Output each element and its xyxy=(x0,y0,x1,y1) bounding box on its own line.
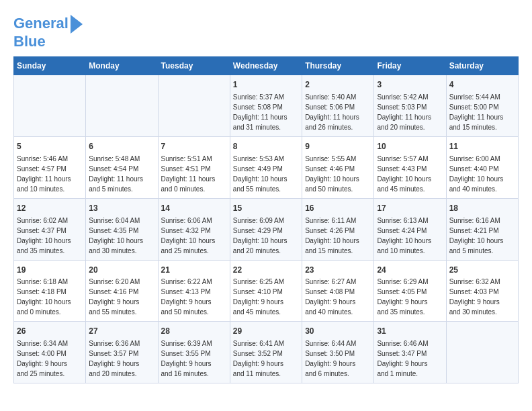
day-info: Sunrise: 6:46 AM Sunset: 3:47 PM Dayligh… xyxy=(377,340,428,377)
day-info: Sunrise: 5:51 AM Sunset: 4:51 PM Dayligh… xyxy=(161,155,216,193)
calendar-cell: 2Sunrise: 5:40 AM Sunset: 5:06 PM Daylig… xyxy=(302,75,374,137)
calendar-week-row: 26Sunrise: 6:34 AM Sunset: 4:00 PM Dayli… xyxy=(14,322,519,383)
day-number: 14 xyxy=(161,203,227,214)
day-info: Sunrise: 5:46 AM Sunset: 4:57 PM Dayligh… xyxy=(17,155,71,193)
day-info: Sunrise: 5:55 AM Sunset: 4:46 PM Dayligh… xyxy=(305,155,359,193)
calendar-cell: 12Sunrise: 6:02 AM Sunset: 4:37 PM Dayli… xyxy=(14,198,86,260)
day-number: 1 xyxy=(233,79,299,91)
calendar-cell: 13Sunrise: 6:04 AM Sunset: 4:35 PM Dayli… xyxy=(86,198,158,260)
day-info: Sunrise: 6:13 AM Sunset: 4:24 PM Dayligh… xyxy=(377,217,431,255)
day-number: 7 xyxy=(161,141,227,152)
day-info: Sunrise: 5:37 AM Sunset: 5:08 PM Dayligh… xyxy=(233,93,287,131)
day-number: 24 xyxy=(377,265,443,276)
day-number: 10 xyxy=(377,141,443,152)
day-info: Sunrise: 6:02 AM Sunset: 4:37 PM Dayligh… xyxy=(17,217,71,255)
calendar-table: SundayMondayTuesdayWednesdayThursdayFrid… xyxy=(13,56,519,383)
calendar-cell: 14Sunrise: 6:06 AM Sunset: 4:32 PM Dayli… xyxy=(158,198,230,260)
logo-general: General xyxy=(13,15,69,32)
day-info: Sunrise: 6:16 AM Sunset: 4:21 PM Dayligh… xyxy=(449,217,504,255)
day-info: Sunrise: 6:06 AM Sunset: 4:32 PM Dayligh… xyxy=(161,217,216,255)
day-info: Sunrise: 6:09 AM Sunset: 4:29 PM Dayligh… xyxy=(233,217,287,255)
calendar-cell: 23Sunrise: 6:27 AM Sunset: 4:08 PM Dayli… xyxy=(302,260,374,322)
day-number: 3 xyxy=(377,79,443,91)
day-info: Sunrise: 6:00 AM Sunset: 4:40 PM Dayligh… xyxy=(449,155,504,193)
calendar-week-row: 5Sunrise: 5:46 AM Sunset: 4:57 PM Daylig… xyxy=(14,136,519,198)
day-number: 21 xyxy=(161,265,227,276)
weekday-header: Tuesday xyxy=(158,57,230,75)
calendar-cell: 31Sunrise: 6:46 AM Sunset: 3:47 PM Dayli… xyxy=(374,322,446,383)
calendar-cell: 17Sunrise: 6:13 AM Sunset: 4:24 PM Dayli… xyxy=(374,198,446,260)
weekday-header: Wednesday xyxy=(230,57,302,75)
calendar-cell: 19Sunrise: 6:18 AM Sunset: 4:18 PM Dayli… xyxy=(14,260,86,322)
day-number: 11 xyxy=(449,141,515,152)
day-number: 5 xyxy=(17,141,83,152)
day-number: 15 xyxy=(233,203,299,214)
calendar-cell: 27Sunrise: 6:36 AM Sunset: 3:57 PM Dayli… xyxy=(86,322,158,383)
day-number: 30 xyxy=(305,326,371,337)
day-info: Sunrise: 5:48 AM Sunset: 4:54 PM Dayligh… xyxy=(89,155,143,193)
calendar-week-row: 19Sunrise: 6:18 AM Sunset: 4:18 PM Dayli… xyxy=(14,260,519,322)
calendar-cell: 28Sunrise: 6:39 AM Sunset: 3:55 PM Dayli… xyxy=(158,322,230,383)
day-number: 2 xyxy=(305,79,371,91)
calendar-cell xyxy=(158,75,230,137)
day-number: 23 xyxy=(305,265,371,276)
day-info: Sunrise: 5:42 AM Sunset: 5:03 PM Dayligh… xyxy=(377,93,431,131)
weekday-header: Saturday xyxy=(446,57,518,75)
day-info: Sunrise: 6:04 AM Sunset: 4:35 PM Dayligh… xyxy=(89,217,143,255)
day-info: Sunrise: 6:29 AM Sunset: 4:05 PM Dayligh… xyxy=(377,278,428,316)
calendar-cell: 30Sunrise: 6:44 AM Sunset: 3:50 PM Dayli… xyxy=(302,322,374,383)
day-info: Sunrise: 6:32 AM Sunset: 4:03 PM Dayligh… xyxy=(449,278,500,316)
day-number: 27 xyxy=(89,326,154,337)
day-number: 9 xyxy=(305,141,371,152)
day-number: 17 xyxy=(377,203,443,214)
day-info: Sunrise: 5:40 AM Sunset: 5:06 PM Dayligh… xyxy=(305,93,359,131)
day-info: Sunrise: 6:11 AM Sunset: 4:26 PM Dayligh… xyxy=(305,217,359,255)
day-info: Sunrise: 6:22 AM Sunset: 4:13 PM Dayligh… xyxy=(161,278,212,316)
day-number: 12 xyxy=(17,203,83,214)
calendar-cell: 15Sunrise: 6:09 AM Sunset: 4:29 PM Dayli… xyxy=(230,198,302,260)
day-info: Sunrise: 6:25 AM Sunset: 4:10 PM Dayligh… xyxy=(233,278,284,316)
day-info: Sunrise: 6:39 AM Sunset: 3:55 PM Dayligh… xyxy=(161,340,212,377)
weekday-header: Thursday xyxy=(302,57,374,75)
page-header: General Blue xyxy=(13,13,519,50)
calendar-cell: 24Sunrise: 6:29 AM Sunset: 4:05 PM Dayli… xyxy=(374,260,446,322)
day-info: Sunrise: 6:34 AM Sunset: 4:00 PM Dayligh… xyxy=(17,340,68,377)
day-info: Sunrise: 5:57 AM Sunset: 4:43 PM Dayligh… xyxy=(377,155,431,193)
calendar-week-row: 1Sunrise: 5:37 AM Sunset: 5:08 PM Daylig… xyxy=(14,75,519,137)
calendar-cell: 22Sunrise: 6:25 AM Sunset: 4:10 PM Dayli… xyxy=(230,260,302,322)
calendar-cell: 8Sunrise: 5:53 AM Sunset: 4:49 PM Daylig… xyxy=(230,136,302,198)
day-number: 29 xyxy=(233,326,299,337)
day-info: Sunrise: 6:36 AM Sunset: 3:57 PM Dayligh… xyxy=(89,340,140,377)
day-number: 4 xyxy=(449,79,515,91)
day-info: Sunrise: 6:18 AM Sunset: 4:18 PM Dayligh… xyxy=(17,278,71,316)
day-info: Sunrise: 6:44 AM Sunset: 3:50 PM Dayligh… xyxy=(305,340,356,377)
calendar-cell: 3Sunrise: 5:42 AM Sunset: 5:03 PM Daylig… xyxy=(374,75,446,137)
weekday-header-row: SundayMondayTuesdayWednesdayThursdayFrid… xyxy=(14,57,519,75)
day-number: 26 xyxy=(17,326,83,337)
calendar-cell: 11Sunrise: 6:00 AM Sunset: 4:40 PM Dayli… xyxy=(446,136,518,198)
day-info: Sunrise: 6:27 AM Sunset: 4:08 PM Dayligh… xyxy=(305,278,356,316)
day-number: 16 xyxy=(305,203,371,214)
calendar-cell: 10Sunrise: 5:57 AM Sunset: 4:43 PM Dayli… xyxy=(374,136,446,198)
day-number: 13 xyxy=(89,203,154,214)
calendar-cell: 5Sunrise: 5:46 AM Sunset: 4:57 PM Daylig… xyxy=(14,136,86,198)
day-number: 28 xyxy=(161,326,227,337)
calendar-cell: 1Sunrise: 5:37 AM Sunset: 5:08 PM Daylig… xyxy=(230,75,302,137)
calendar-cell: 16Sunrise: 6:11 AM Sunset: 4:26 PM Dayli… xyxy=(302,198,374,260)
weekday-header: Sunday xyxy=(14,57,86,75)
calendar-cell: 9Sunrise: 5:55 AM Sunset: 4:46 PM Daylig… xyxy=(302,136,374,198)
calendar-cell: 18Sunrise: 6:16 AM Sunset: 4:21 PM Dayli… xyxy=(446,198,518,260)
calendar-cell: 29Sunrise: 6:41 AM Sunset: 3:52 PM Dayli… xyxy=(230,322,302,383)
calendar-cell: 20Sunrise: 6:20 AM Sunset: 4:16 PM Dayli… xyxy=(86,260,158,322)
day-number: 25 xyxy=(449,265,515,276)
day-number: 20 xyxy=(89,265,154,276)
calendar-cell: 26Sunrise: 6:34 AM Sunset: 4:00 PM Dayli… xyxy=(14,322,86,383)
day-number: 8 xyxy=(233,141,299,152)
logo-text: General xyxy=(13,15,69,32)
calendar-cell xyxy=(446,322,518,383)
day-info: Sunrise: 6:20 AM Sunset: 4:16 PM Dayligh… xyxy=(89,278,140,316)
calendar-cell xyxy=(14,75,86,137)
calendar-cell xyxy=(86,75,158,137)
calendar-cell: 4Sunrise: 5:44 AM Sunset: 5:00 PM Daylig… xyxy=(446,75,518,137)
calendar-week-row: 12Sunrise: 6:02 AM Sunset: 4:37 PM Dayli… xyxy=(14,198,519,260)
